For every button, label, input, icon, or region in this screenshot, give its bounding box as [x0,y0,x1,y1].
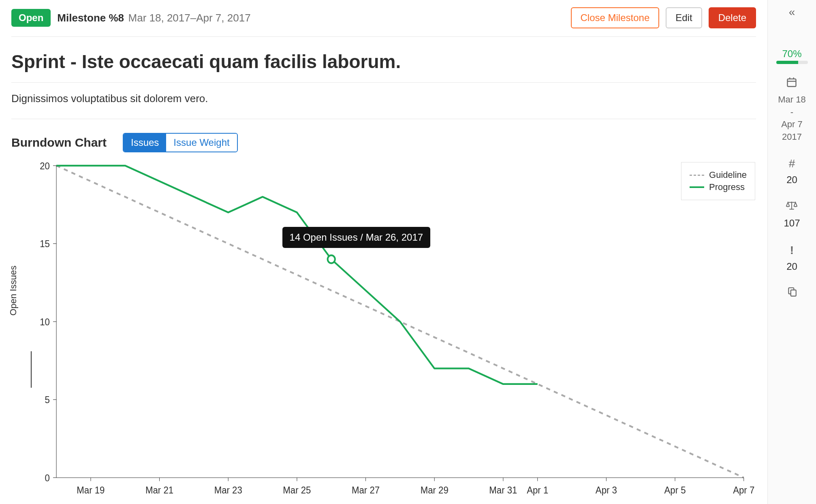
tab-issue-weight[interactable]: Issue Weight [166,134,237,152]
progress-percent: 70% [776,47,808,61]
svg-text:0: 0 [45,472,50,483]
close-milestone-button[interactable]: Close Milestone [571,7,660,28]
legend-label-guideline: Guideline [709,170,747,180]
sidebar-weight[interactable]: 107 [784,199,800,230]
chart-legend: Guideline Progress [681,162,755,200]
sidebar-reference[interactable] [787,285,797,303]
svg-text:20: 20 [40,161,50,171]
sidebar-dates[interactable]: Mar 18 - Apr 7 2017 [778,76,805,143]
svg-text:Apr 7: Apr 7 [733,485,754,495]
exclaim-icon: ! [786,242,797,258]
right-sidebar: « 70% Mar 18 - Apr 7 2017 # 20 107 ! 20 [767,0,816,504]
chart-tooltip: 14 Open Issues / Mar 26, 2017 [282,227,431,248]
svg-text:Mar 23: Mar 23 [214,485,242,495]
status-badge: Open [11,9,51,27]
sidebar-mr-value: 20 [786,260,797,273]
chart-svg: 05101520Mar 19Mar 21Mar 23Mar 25Mar 27Ma… [11,161,756,504]
calendar-icon [778,76,805,92]
svg-text:Mar 27: Mar 27 [352,485,380,495]
page-title: Sprint - Iste occaecati quam facilis lab… [11,37,756,83]
svg-text:Mar 25: Mar 25 [283,485,311,495]
collapse-sidebar-icon[interactable]: « [789,6,795,19]
svg-rect-35 [788,79,796,86]
svg-text:Apr 1: Apr 1 [527,485,548,495]
chart-mode-toggle: Issues Issue Weight [123,133,238,152]
sidebar-date-year: 2017 [778,131,805,143]
milestone-header: Open Milestone %8 Mar 18, 2017–Apr 7, 20… [11,3,756,37]
svg-text:Mar 31: Mar 31 [489,485,517,495]
svg-text:Apr 5: Apr 5 [664,485,686,495]
svg-text:Mar 29: Mar 29 [421,485,449,495]
copy-icon [787,285,797,301]
svg-text:10: 10 [40,316,50,327]
sidebar-date-start: Mar 18 [778,94,805,106]
chart-title: Burndown Chart [11,136,107,149]
burndown-chart: Open Issues 05101520Mar 19Mar 21Mar 23Ma… [11,157,756,504]
svg-text:Mar 21: Mar 21 [145,485,173,495]
sidebar-weight-value: 107 [784,216,800,230]
milestone-name: Milestone %8 [57,12,124,24]
sidebar-date-end: Apr 7 [778,118,805,131]
legend-label-progress: Progress [709,182,745,192]
svg-text:Mar 19: Mar 19 [77,485,105,495]
sidebar-merge-requests[interactable]: ! 20 [786,242,797,273]
delete-button[interactable]: Delete [709,7,756,28]
sidebar-issues-value: 20 [786,173,797,187]
svg-text:Apr 3: Apr 3 [596,485,617,495]
svg-text:15: 15 [40,238,50,249]
milestone-description: Dignissimos voluptatibus sit dolorem ver… [11,83,756,119]
chart-y-axis-label: Open Issues [8,265,19,316]
svg-point-32 [328,255,335,263]
progress-bar-fill [776,61,799,64]
progress-widget: 70% [776,31,808,64]
edit-button[interactable]: Edit [666,7,702,28]
y-axis-label-indicator [31,351,32,388]
legend-swatch-guideline [690,175,704,176]
sidebar-date-dash: - [778,106,805,119]
hash-icon: # [786,156,797,171]
milestone-date-range: Mar 18, 2017–Apr 7, 2017 [128,12,251,24]
tab-issues[interactable]: Issues [124,134,166,152]
progress-bar [776,61,808,64]
scale-icon [784,199,800,215]
sidebar-issues-count[interactable]: # 20 [786,156,797,187]
svg-text:5: 5 [45,394,50,405]
svg-rect-43 [790,290,796,296]
legend-swatch-progress [690,186,704,188]
